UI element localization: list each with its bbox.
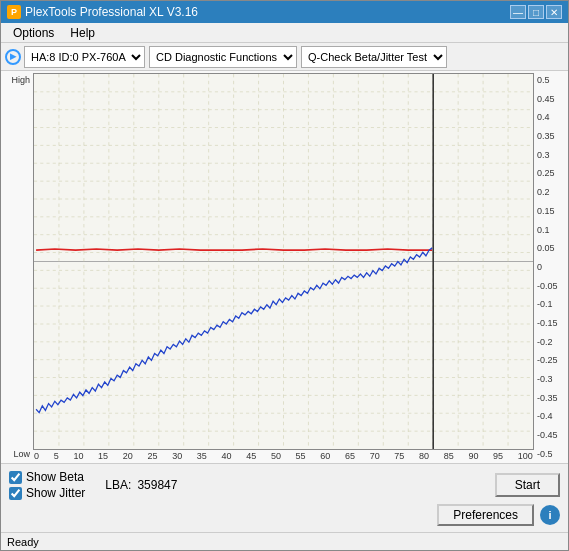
show-beta-checkbox[interactable] [9, 471, 22, 484]
x-label-95: 95 [493, 451, 503, 461]
x-label-45: 45 [246, 451, 256, 461]
x-label-25: 25 [147, 451, 157, 461]
toolbar: ▶ HA:8 ID:0 PX-760A CD Diagnostic Functi… [1, 43, 568, 71]
y-axis-right: 0.5 0.45 0.4 0.35 0.3 0.25 0.2 0.15 0.1 … [534, 73, 566, 461]
checkboxes: Show Beta Show Jitter [9, 470, 85, 500]
status-bar: Ready [1, 532, 568, 550]
x-label-55: 55 [296, 451, 306, 461]
x-label-35: 35 [197, 451, 207, 461]
title-buttons: — □ ✕ [510, 5, 562, 19]
y-low-label: Low [3, 449, 30, 459]
function-dropdown[interactable]: CD Diagnostic Functions [149, 46, 297, 68]
main-window: P PlexTools Professional XL V3.16 — □ ✕ … [0, 0, 569, 551]
x-label-30: 30 [172, 451, 182, 461]
show-jitter-checkbox[interactable] [9, 487, 22, 500]
x-label-20: 20 [123, 451, 133, 461]
chart-area: High Low [1, 71, 568, 463]
title-bar-left: P PlexTools Professional XL V3.16 [7, 5, 198, 19]
menu-options[interactable]: Options [5, 24, 62, 42]
y-axis-left: High Low [3, 73, 33, 461]
maximize-button[interactable]: □ [528, 5, 544, 19]
x-label-80: 80 [419, 451, 429, 461]
window-title: PlexTools Professional XL V3.16 [25, 5, 198, 19]
drive-dropdown[interactable]: HA:8 ID:0 PX-760A [24, 46, 145, 68]
close-button[interactable]: ✕ [546, 5, 562, 19]
lba-value: 359847 [137, 478, 177, 492]
bottom-row2: Preferences i [9, 504, 560, 526]
x-label-90: 90 [468, 451, 478, 461]
x-label-15: 15 [98, 451, 108, 461]
test-dropdown[interactable]: Q-Check Beta/Jitter Test [301, 46, 447, 68]
title-bar: P PlexTools Professional XL V3.16 — □ ✕ [1, 1, 568, 23]
show-beta-row: Show Beta [9, 470, 85, 484]
y-high-label: High [3, 75, 30, 85]
x-label-85: 85 [444, 451, 454, 461]
minimize-button[interactable]: — [510, 5, 526, 19]
x-label-0: 0 [34, 451, 39, 461]
menu-bar: Options Help [1, 23, 568, 43]
x-label-10: 10 [73, 451, 83, 461]
controls-row: Show Beta Show Jitter LBA: 359847 Start [9, 470, 560, 500]
x-label-70: 70 [370, 451, 380, 461]
bottom-panel: Show Beta Show Jitter LBA: 359847 Start … [1, 463, 568, 532]
show-beta-label: Show Beta [26, 470, 84, 484]
show-jitter-label: Show Jitter [26, 486, 85, 500]
x-label-60: 60 [320, 451, 330, 461]
info-button[interactable]: i [540, 505, 560, 525]
menu-help[interactable]: Help [62, 24, 103, 42]
start-button[interactable]: Start [495, 473, 560, 497]
show-jitter-row: Show Jitter [9, 486, 85, 500]
x-label-75: 75 [394, 451, 404, 461]
status-text: Ready [7, 536, 39, 548]
x-label-40: 40 [222, 451, 232, 461]
lba-label: LBA: [105, 478, 131, 492]
x-axis-container: 0 5 10 15 20 25 30 35 40 45 50 55 60 65 … [33, 450, 534, 461]
app-icon: P [7, 5, 21, 19]
chart-canvas [33, 73, 534, 450]
drive-selector: ▶ HA:8 ID:0 PX-760A [5, 46, 145, 68]
lba-area: LBA: 359847 [105, 478, 177, 492]
preferences-button[interactable]: Preferences [437, 504, 534, 526]
x-label-100: 100 [518, 451, 533, 461]
x-label-65: 65 [345, 451, 355, 461]
x-label-50: 50 [271, 451, 281, 461]
drive-icon: ▶ [5, 49, 21, 65]
x-label-5: 5 [54, 451, 59, 461]
